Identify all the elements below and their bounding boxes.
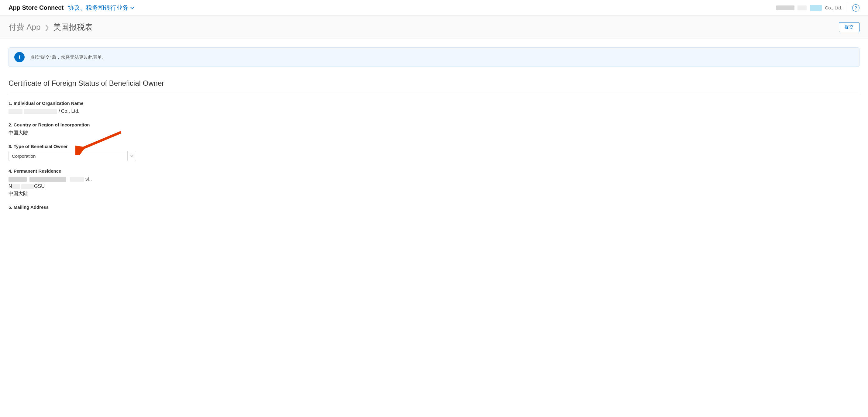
header-left: App Store Connect 协议、税务和银行业务: [8, 4, 134, 12]
field-value: st., N GSU 中国大陆: [8, 175, 860, 197]
field-label: 5. Mailing Address: [8, 205, 860, 210]
page-header: 付费 App ❯ 美国报税表 提交: [0, 16, 868, 39]
chevron-right-icon: ❯: [44, 24, 50, 31]
section-divider: [8, 93, 860, 93]
field-permanent-residence: 4. Permanent Residence st., N GSU 中国大陆: [8, 168, 860, 197]
org-name-suffix: Co., Ltd.: [825, 5, 842, 10]
header-right: Co., Ltd. ?: [776, 4, 860, 12]
org-switcher[interactable]: Co., Ltd.: [776, 5, 842, 11]
chevron-down-icon: [127, 151, 136, 161]
field-org-name: 1. Individual or Organization Name / Co.…: [8, 100, 860, 115]
field-value: / Co., Ltd.: [8, 108, 860, 115]
breadcrumb-root[interactable]: 付费 App: [8, 22, 41, 32]
submit-button[interactable]: 提交: [839, 22, 860, 32]
section-title: Certificate of Foreign Status of Benefic…: [8, 79, 860, 88]
field-label: 4. Permanent Residence: [8, 168, 860, 174]
divider: [847, 4, 847, 12]
page-content: i 点按"提交"后，您将无法更改此表单。 Certificate of Fore…: [0, 39, 868, 226]
field-label: 2. Country or Region of Incorporation: [8, 122, 860, 127]
global-header: App Store Connect 协议、税务和银行业务 Co., Ltd. ?: [0, 0, 868, 16]
info-banner-text: 点按"提交"后，您将无法更改此表单。: [30, 54, 106, 60]
field-country: 2. Country or Region of Incorporation 中国…: [8, 122, 860, 137]
chevron-down-icon: [130, 7, 134, 9]
breadcrumb-current: 美国报税表: [53, 22, 93, 32]
section-dropdown[interactable]: 协议、税务和银行业务: [68, 4, 134, 12]
app-title: App Store Connect: [8, 4, 64, 11]
org-color-chip: [810, 5, 822, 11]
field-beneficial-owner-type: 3. Type of Beneficial Owner Corporation: [8, 144, 860, 161]
breadcrumb: 付费 App ❯ 美国报税表: [8, 22, 93, 32]
field-value: 中国大陆: [8, 129, 860, 137]
field-label: 1. Individual or Organization Name: [8, 100, 860, 106]
help-icon[interactable]: ?: [852, 4, 860, 11]
beneficial-owner-select[interactable]: Corporation: [8, 151, 136, 161]
field-mailing-address: 5. Mailing Address: [8, 205, 860, 210]
section-dropdown-label: 协议、税务和银行业务: [68, 4, 129, 12]
field-label: 3. Type of Beneficial Owner: [8, 144, 860, 149]
select-value: Corporation: [9, 152, 127, 160]
info-banner: i 点按"提交"后，您将无法更改此表单。: [8, 48, 860, 67]
info-icon: i: [14, 52, 25, 62]
